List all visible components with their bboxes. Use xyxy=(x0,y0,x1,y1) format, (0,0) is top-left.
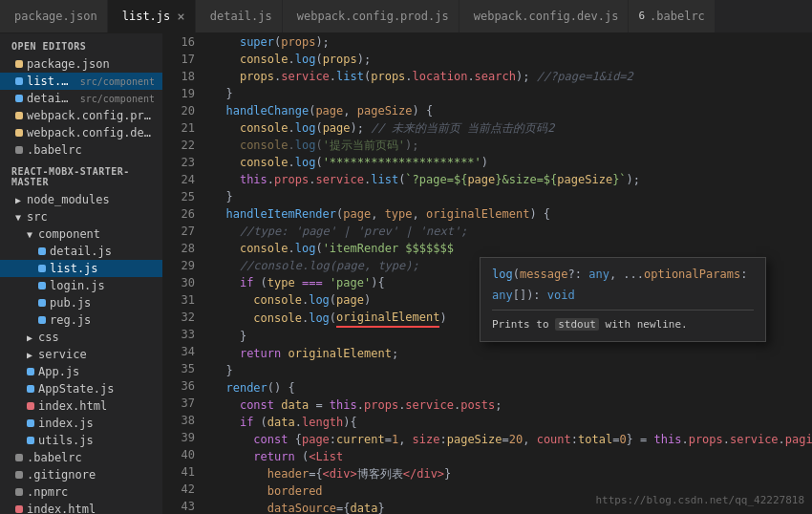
file-icon xyxy=(38,299,46,307)
sidebar-item-app-js[interactable]: App.js xyxy=(0,363,162,380)
file-icon-webpack-dev xyxy=(15,129,23,137)
folder-arrow-icon: ▼ xyxy=(15,212,21,223)
code-line: } xyxy=(212,188,812,205)
watermark: https://blog.csdn.net/qq_42227818 xyxy=(595,494,804,506)
code-line: console.log('提示当前页码'); xyxy=(212,137,812,154)
sidebar-item-appstate-js[interactable]: AppState.js xyxy=(0,380,162,397)
sidebar-item-service[interactable]: ▶ service xyxy=(0,346,162,363)
code-line: return (<List xyxy=(212,448,812,465)
open-editors-title: OPEN EDITORS xyxy=(0,33,162,55)
sidebar-item-login-js[interactable]: login.js xyxy=(0,277,162,294)
sidebar: OPEN EDITORS package.json list.js src/co… xyxy=(0,33,162,514)
tab-label-list-js: list.js xyxy=(122,10,171,23)
main-layout: OPEN EDITORS package.json list.js src/co… xyxy=(0,33,812,514)
tooltip-signature-cont: any[]): void xyxy=(492,287,754,304)
file-icon xyxy=(27,402,34,410)
file-icon-package-json xyxy=(15,60,23,68)
tab-webpack-dev[interactable]: webpack.config.dev.js xyxy=(459,0,630,32)
file-label: index.js xyxy=(38,417,94,430)
file-label: webpack.config.prod.js xyxy=(27,109,155,122)
line-numbers: 16 17 18 19 20 21 22 23 24 25 26 27 28 2… xyxy=(162,33,203,514)
sidebar-item-reg-js[interactable]: reg.js xyxy=(0,311,162,329)
sidebar-item-component[interactable]: ▼ component xyxy=(0,225,162,243)
folder-arrow-icon: ▶ xyxy=(15,195,21,205)
file-path: src/component xyxy=(80,94,155,104)
sidebar-item-src[interactable]: ▼ src xyxy=(0,208,162,225)
sidebar-item-detail-js-open[interactable]: detail.js src/component xyxy=(0,90,162,107)
code-line: props.service.list(props.location.search… xyxy=(212,68,812,85)
code-line: //type: 'page' | 'prev' | 'next'; xyxy=(212,223,812,240)
project-title: REACT-MOBX-STARTER-MASTER xyxy=(0,159,162,191)
sidebar-item-webpack-dev-open[interactable]: webpack.config.dev.js xyxy=(0,124,162,141)
code-line: const {page:current=1, size:pageSize=20,… xyxy=(212,431,812,448)
tab-webpack-prod[interactable]: webpack.config.prod.js xyxy=(283,0,459,32)
file-label: reg.js xyxy=(50,313,91,327)
file-icon xyxy=(27,368,34,375)
sidebar-item-index-html[interactable]: index.html xyxy=(0,397,162,415)
sidebar-item-detail-js[interactable]: detail.js xyxy=(0,243,162,260)
folder-arrow-icon: ▶ xyxy=(27,332,32,343)
sidebar-item-list-js[interactable]: list.js xyxy=(0,260,162,277)
file-label: AppState.js xyxy=(38,382,114,396)
tab-detail-js[interactable]: detail.js xyxy=(196,0,283,32)
tooltip-popup: log(message?: any, ...optionalParams: an… xyxy=(480,257,766,342)
code-line: console.log(props); xyxy=(212,51,812,68)
file-label: detail.js xyxy=(27,92,75,105)
code-editor[interactable]: super(props); console.log(props); props.… xyxy=(203,33,812,514)
tab-bar: package.json list.js × detail.js webpack… xyxy=(0,0,812,33)
file-label: login.js xyxy=(50,279,105,292)
file-label: index.html xyxy=(27,503,96,514)
file-label: .gitignore xyxy=(27,468,96,482)
code-line: console.log('*********************') xyxy=(212,154,812,171)
sidebar-item-package-json-open[interactable]: package.json xyxy=(0,55,162,73)
file-label: utils.js xyxy=(38,434,94,447)
tooltip-divider xyxy=(492,310,754,311)
file-icon xyxy=(15,454,23,461)
sidebar-item-babelrc2[interactable]: .babelrc xyxy=(0,449,162,466)
code-line: handleItemRender(page, type, originalEle… xyxy=(212,205,812,223)
tab-babelrc[interactable]: 6 .babelrc xyxy=(629,0,715,32)
file-icon xyxy=(15,488,23,496)
sidebar-item-index-html2[interactable]: index.html xyxy=(0,501,162,514)
sidebar-item-index-js[interactable]: index.js xyxy=(0,415,162,432)
sidebar-item-gitignore[interactable]: .gitignore xyxy=(0,466,162,483)
file-icon xyxy=(15,505,23,513)
file-label: webpack.config.dev.js xyxy=(27,126,155,139)
tab-package-json[interactable]: package.json xyxy=(0,0,108,32)
code-line: if (data.length){ xyxy=(212,414,812,431)
folder-label: src xyxy=(27,210,48,224)
file-icon-webpack-prod xyxy=(15,112,23,119)
sidebar-item-npmrc[interactable]: .npmrc xyxy=(0,483,162,501)
sidebar-item-pub-js[interactable]: pub.js xyxy=(0,294,162,311)
code-line: console.log(page); // 未来的当前页 当前点击的页码2 xyxy=(212,119,812,137)
file-label: App.js xyxy=(38,365,79,378)
file-label: index.html xyxy=(38,399,107,413)
sidebar-item-node-modules[interactable]: ▶ node_modules xyxy=(0,191,162,208)
sidebar-item-list-js-open[interactable]: list.js src/component xyxy=(0,73,162,90)
tab-label-webpack-prod: webpack.config.prod.js xyxy=(297,10,449,23)
file-icon xyxy=(38,247,46,255)
code-line: const data = this.props.service.posts; xyxy=(212,396,812,414)
file-label: list.js xyxy=(27,75,75,88)
code-line: } xyxy=(212,362,812,379)
folder-label: node_modules xyxy=(27,193,110,206)
tooltip-signature: log(message?: any, ...optionalParams: xyxy=(492,266,754,283)
sidebar-item-css[interactable]: ▶ css xyxy=(0,329,162,346)
tab-label-babelrc: .babelrc xyxy=(650,10,705,23)
tab-list-js[interactable]: list.js × xyxy=(108,0,196,32)
file-label: list.js xyxy=(50,262,98,275)
tab-icon-babelrc: 6 xyxy=(638,10,645,22)
sidebar-item-babelrc-open[interactable]: .babelrc xyxy=(0,141,162,159)
code-line: return originalElement; xyxy=(212,345,812,362)
tooltip-code-ref: stdout xyxy=(555,318,599,331)
tab-close-list-js[interactable]: × xyxy=(177,10,184,23)
file-icon-detail-js xyxy=(15,95,23,102)
code-line-30: console.log('itemRender $$$$$$$ xyxy=(212,240,812,257)
code-line: } xyxy=(212,85,812,102)
sidebar-item-utils-js[interactable]: utils.js xyxy=(0,432,162,449)
editor-area: 16 17 18 19 20 21 22 23 24 25 26 27 28 2… xyxy=(162,33,812,514)
tab-label-detail-js: detail.js xyxy=(210,10,272,23)
folder-arrow-icon: ▶ xyxy=(27,350,32,360)
sidebar-item-webpack-prod-open[interactable]: webpack.config.prod.js xyxy=(0,107,162,124)
tooltip-description: Prints to stdout with newline. xyxy=(492,316,754,333)
